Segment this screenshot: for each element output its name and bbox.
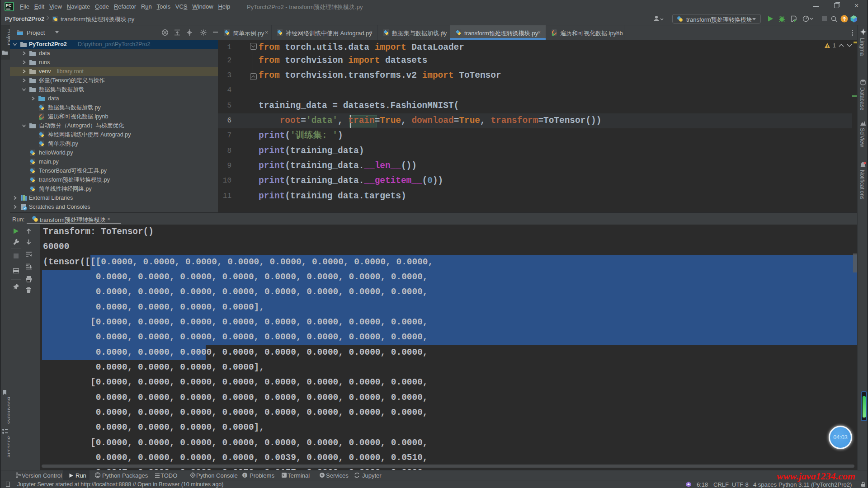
- svg-text:!: !: [827, 44, 828, 48]
- svg-text:1: 1: [833, 42, 836, 49]
- svg-text:!: !: [244, 473, 245, 478]
